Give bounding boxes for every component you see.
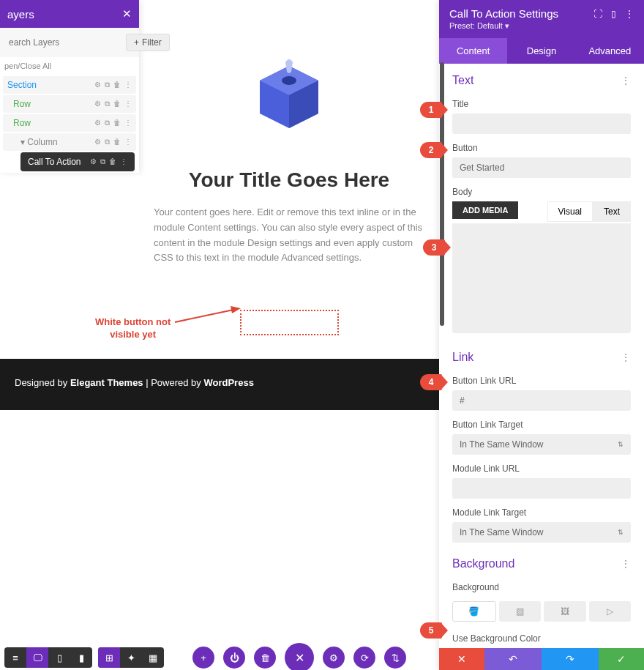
click-icon[interactable]: ✦: [120, 647, 142, 668]
gear-icon: ⚙: [94, 119, 101, 127]
button-link-target-select[interactable]: In The Same Window: [452, 434, 631, 455]
close-icon[interactable]: ✕: [122, 7, 132, 21]
marker-3: 3: [423, 239, 445, 256]
power-icon[interactable]: ⏻: [223, 647, 245, 669]
layer-cta[interactable]: Call To Action ⚙⧉🗑⋮: [20, 152, 135, 171]
save-button[interactable]: ✓: [599, 648, 644, 670]
drag-icon[interactable]: ▯: [611, 9, 616, 19]
visual-tab[interactable]: Visual: [547, 201, 593, 222]
layers-header: ayers ✕: [0, 0, 139, 28]
tab-content[interactable]: Content: [439, 38, 507, 64]
button-link-target-label: Button Link Target: [452, 420, 631, 430]
gear-icon: ⚙: [94, 138, 101, 146]
add-media-button[interactable]: ADD MEDIA: [452, 201, 518, 219]
hero-module[interactable]: Your Title Goes Here Your content goes h…: [139, 0, 439, 350]
gear-icon[interactable]: ⚙: [323, 647, 345, 669]
preset-label[interactable]: Preset: Default ▾: [449, 21, 634, 31]
placeholder-cube-icon: [249, 59, 329, 146]
layer-column[interactable]: ▾ Column ⚙⧉🗑⋮: [3, 133, 136, 151]
module-link-url-label: Module Link URL: [452, 464, 631, 474]
open-close-all[interactable]: pen/Close All: [0, 57, 139, 75]
more-icon: ⋮: [124, 138, 132, 146]
settings-title: Call To Action Settings: [449, 7, 558, 20]
more-icon[interactable]: ⋮: [621, 558, 631, 570]
grid-icon[interactable]: ▦: [142, 647, 164, 668]
button-link-url-input[interactable]: [452, 390, 631, 411]
layer-row-2[interactable]: Row ⚙⧉🗑⋮: [3, 114, 136, 132]
wireframe-icon[interactable]: ≡: [4, 647, 26, 668]
layer-section-actions[interactable]: ⚙⧉🗑⋮: [94, 81, 132, 89]
page-footer: Designed by Elegant Themes | Powered by …: [0, 359, 439, 410]
elegant-themes-link[interactable]: Elegant Themes: [70, 377, 143, 388]
button-input[interactable]: [452, 157, 631, 178]
redo-button[interactable]: ↷: [542, 648, 599, 670]
gear-icon: ⚙: [94, 100, 101, 108]
expand-icon[interactable]: ⛶: [594, 9, 602, 19]
wordpress-link[interactable]: WordPress: [203, 377, 253, 388]
duplicate-icon: ⧉: [105, 100, 110, 108]
module-link-url-input[interactable]: [452, 478, 631, 499]
marker-1: 1: [420, 102, 442, 118]
bg-color-tab[interactable]: 🪣: [452, 601, 496, 622]
duplicate-icon: ⧉: [100, 157, 105, 166]
add-button[interactable]: +: [192, 647, 214, 669]
more-icon: ⋮: [124, 119, 132, 127]
trash-icon[interactable]: 🗑: [254, 647, 276, 669]
settings-tabs: Content Design Advanced: [439, 38, 644, 64]
more-icon[interactable]: ⋮: [625, 9, 634, 19]
layer-col-actions[interactable]: ⚙⧉🗑⋮: [94, 138, 132, 146]
body-editor[interactable]: [452, 223, 631, 333]
use-bg-color-label: Use Background Color: [452, 633, 631, 644]
layers-panel: ayers ✕ +Filter pen/Close All Section ⚙⧉…: [0, 0, 139, 173]
history-icon[interactable]: ⟳: [353, 647, 375, 669]
layers-title: ayers: [7, 8, 34, 21]
desktop-icon[interactable]: 🖵: [26, 647, 48, 668]
module-link-target-select[interactable]: In The Same Window: [452, 522, 631, 543]
canvas: Your Title Goes Here Your content goes h…: [139, 0, 439, 648]
text-tab[interactable]: Text: [593, 201, 631, 222]
more-icon: ⋮: [124, 81, 132, 89]
hero-title[interactable]: Your Title Goes Here: [154, 168, 424, 192]
phone-icon[interactable]: ▮: [70, 647, 92, 668]
title-input[interactable]: [452, 113, 631, 134]
gear-icon: ⚙: [94, 81, 101, 89]
bg-video-tab[interactable]: ▷: [589, 601, 632, 622]
cancel-button[interactable]: ✕: [439, 648, 484, 670]
body-label: Body: [452, 187, 631, 197]
hero-body[interactable]: Your content goes here. Edit or remove t…: [154, 205, 424, 266]
search-layers-input[interactable]: [6, 34, 121, 51]
layer-row2-actions[interactable]: ⚙⧉🗑⋮: [94, 119, 132, 127]
marker-2: 2: [420, 142, 442, 158]
filter-button[interactable]: +Filter: [126, 34, 170, 51]
settings-footer: ✕ ↶ ↷ ✓: [439, 648, 644, 670]
layer-row-actions[interactable]: ⚙⧉🗑⋮: [94, 100, 132, 108]
section-link[interactable]: Link⋮: [439, 340, 644, 371]
section-background[interactable]: Background⋮: [439, 547, 644, 578]
layer-row[interactable]: Row ⚙⧉🗑⋮: [3, 95, 136, 113]
more-icon: ⋮: [120, 157, 127, 166]
gradient-icon: ▧: [516, 606, 524, 617]
bg-gradient-tab[interactable]: ▧: [499, 601, 542, 622]
more-icon[interactable]: ⋮: [621, 75, 631, 86]
portability-icon[interactable]: ⇅: [384, 647, 406, 669]
layers-search-row: +Filter: [0, 28, 139, 57]
bg-image-tab[interactable]: 🖼: [544, 601, 586, 622]
more-icon[interactable]: ⋮: [621, 351, 631, 363]
zoom-icon[interactable]: ⊞: [98, 647, 120, 668]
marker-5: 5: [420, 622, 442, 639]
svg-point-3: [282, 76, 296, 85]
tablet-icon[interactable]: ▯: [48, 647, 70, 668]
layer-cta-actions[interactable]: ⚙⧉🗑⋮: [90, 157, 127, 166]
button-placeholder-outline: [240, 310, 339, 335]
tab-advanced[interactable]: Advanced: [576, 38, 644, 64]
more-icon: ⋮: [124, 100, 132, 108]
button-link-url-label: Button Link URL: [452, 376, 631, 386]
annotation-text: White button notvisible yet: [95, 316, 171, 341]
layer-section[interactable]: Section ⚙⧉🗑⋮: [3, 76, 136, 94]
undo-button[interactable]: ↶: [484, 648, 542, 670]
button-label: Button: [452, 143, 631, 153]
close-builder-button[interactable]: ✕: [285, 643, 314, 670]
marker-4: 4: [420, 374, 442, 390]
section-text[interactable]: Text⋮: [439, 64, 644, 94]
tab-design[interactable]: Design: [507, 38, 575, 64]
